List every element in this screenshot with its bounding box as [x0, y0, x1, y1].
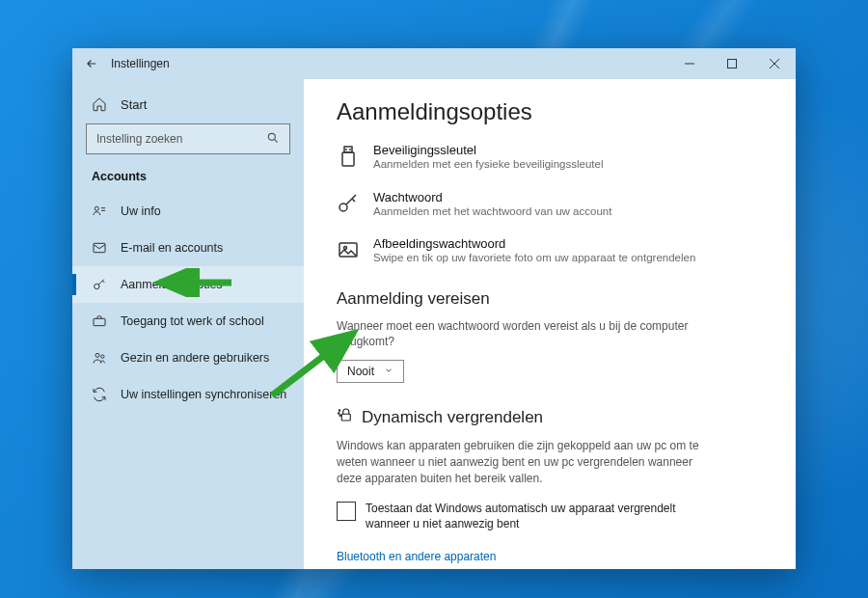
usb-key-icon: [337, 145, 360, 168]
sidebar-item-label: Uw info: [121, 204, 161, 218]
checkbox-label: Toestaan dat Windows automatisch uw appa…: [366, 501, 703, 533]
svg-point-20: [339, 413, 340, 415]
svg-point-21: [339, 415, 341, 417]
svg-point-3: [95, 206, 98, 210]
sidebar-item-signin-options[interactable]: Aanmeldingsopties: [72, 266, 304, 303]
require-signin-question: Wanneer moet een wachtwoord worden verei…: [337, 318, 703, 351]
titlebar: Instellingen: [72, 48, 796, 79]
back-button[interactable]: [72, 48, 111, 79]
svg-point-2: [268, 133, 275, 140]
people-icon: [92, 350, 107, 366]
bluetooth-link[interactable]: Bluetooth en andere apparaten: [337, 550, 767, 563]
main-panel: Aanmeldingsopties Beveiligingssleutel Aa…: [304, 79, 796, 569]
svg-point-19: [339, 410, 340, 412]
home-icon: [92, 96, 107, 112]
sidebar-item-label: E-mail en accounts: [121, 241, 223, 255]
option-picture-password[interactable]: Afbeeldingswachtwoord Swipe en tik op uw…: [337, 236, 767, 266]
window-title: Instellingen: [111, 57, 170, 70]
svg-point-15: [339, 204, 347, 211]
svg-rect-8: [94, 318, 105, 325]
svg-point-10: [101, 355, 104, 358]
picture-icon: [337, 238, 360, 261]
home-button[interactable]: Start: [72, 91, 304, 123]
briefcase-icon: [92, 313, 107, 329]
dynamic-lock-checkbox-row[interactable]: Toestaan dat Windows automatisch uw appa…: [337, 501, 703, 533]
svg-rect-1: [728, 60, 737, 68]
close-button[interactable]: [753, 48, 796, 79]
person-card-icon: [92, 204, 107, 219]
dynamic-lock-desc: Windows kan apparaten gebruiken die zijn…: [337, 438, 703, 486]
option-title: Afbeeldingswachtwoord: [373, 236, 695, 251]
chevron-down-icon: [384, 365, 393, 378]
maximize-button[interactable]: [711, 48, 753, 79]
sidebar-section-header: Accounts: [72, 170, 304, 193]
search-input[interactable]: Instelling zoeken: [86, 123, 290, 154]
mail-icon: [92, 240, 107, 256]
search-icon: [266, 131, 280, 148]
svg-rect-18: [341, 414, 350, 421]
svg-rect-12: [342, 152, 354, 166]
minimize-button[interactable]: [668, 48, 711, 79]
search-placeholder: Instelling zoeken: [96, 132, 182, 146]
option-desc: Aanmelden met het wachtwoord van uw acco…: [373, 204, 611, 220]
key-icon: [92, 277, 107, 292]
content-area: Start Instelling zoeken Accounts Uw info: [72, 79, 796, 569]
svg-point-9: [95, 353, 99, 357]
select-value: Nooit: [347, 365, 374, 378]
option-title: Beveiligingssleutel: [373, 143, 603, 157]
option-title: Wachtwoord: [373, 190, 611, 204]
sidebar-item-family[interactable]: Gezin en andere gebruikers: [72, 340, 304, 376]
sidebar-item-email[interactable]: E-mail en accounts: [72, 230, 304, 266]
require-signin-select[interactable]: Nooit: [337, 360, 404, 383]
sidebar-item-label: Uw instellingen synchroniseren: [121, 388, 286, 401]
svg-rect-6: [94, 243, 105, 252]
option-security-key[interactable]: Beveiligingssleutel Aanmelden met een fy…: [337, 143, 767, 173]
sidebar-item-work-school[interactable]: Toegang tot werk of school: [72, 303, 304, 340]
settings-window: Instellingen Start Instelling zoeken: [72, 48, 796, 569]
key-icon: [337, 192, 360, 215]
page-title: Aanmeldingsopties: [337, 98, 767, 125]
dynamic-lock-heading: Dynamisch vergrendelen: [337, 406, 767, 428]
option-desc: Aanmelden met een fysieke beveiligingssl…: [373, 157, 603, 173]
dynamic-lock-icon: [337, 406, 354, 428]
svg-rect-11: [344, 147, 352, 152]
sidebar-item-label: Aanmeldingsopties: [121, 278, 223, 291]
svg-point-7: [95, 284, 99, 288]
sidebar-item-label: Gezin en andere gebruikers: [121, 351, 269, 365]
sidebar-item-label: Toegang tot werk of school: [121, 314, 264, 328]
require-signin-heading: Aanmelding vereisen: [337, 289, 767, 309]
home-label: Start: [121, 97, 147, 112]
sync-icon: [92, 387, 107, 402]
sidebar-item-your-info[interactable]: Uw info: [72, 193, 304, 230]
sidebar: Start Instelling zoeken Accounts Uw info: [72, 79, 304, 569]
option-password[interactable]: Wachtwoord Aanmelden met het wachtwoord …: [337, 190, 767, 220]
window-controls: [668, 48, 796, 79]
option-desc: Swipe en tik op uw favoriete foto om uw …: [373, 251, 695, 266]
sidebar-item-sync[interactable]: Uw instellingen synchroniseren: [72, 376, 304, 413]
checkbox[interactable]: [337, 502, 356, 521]
